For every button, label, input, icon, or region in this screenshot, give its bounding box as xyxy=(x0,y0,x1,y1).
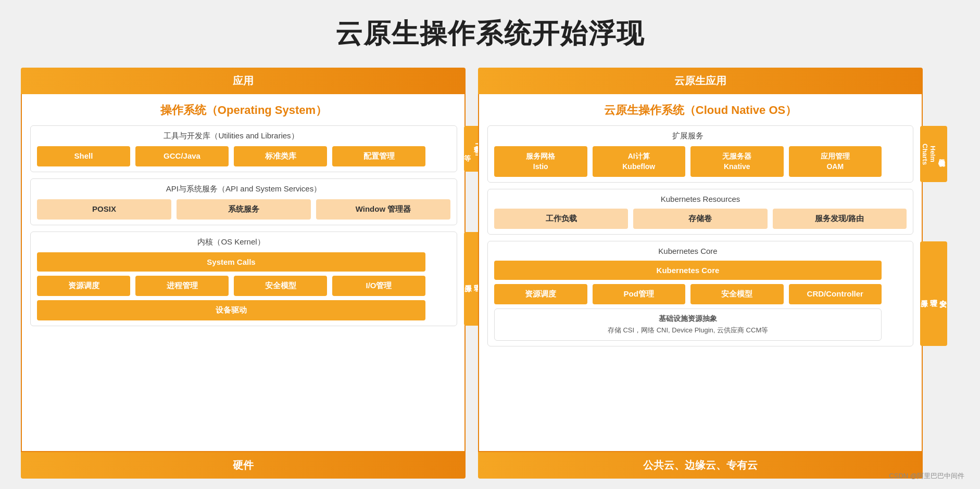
storage-item: 存储卷 xyxy=(633,209,767,229)
utilities-items: Shell GCC/Java 标准类库 配置管理 xyxy=(37,146,425,166)
app-mgmt-item: 应用管理 OAM xyxy=(789,146,882,177)
shell-item: Shell xyxy=(37,146,130,166)
posix-item: POSIX xyxy=(37,199,171,220)
system-calls-bar: System Calls xyxy=(37,252,425,272)
crd-controller-item: CRD/Controller xyxy=(789,284,882,304)
right-col-footer: 公共云、边缘云、专有云 xyxy=(478,452,923,479)
right-col-body: 云原生操作系统（Cloud Native OS） 扩展服务 服务网格 Istio… xyxy=(478,94,923,452)
sys-service-item: 系统服务 xyxy=(177,199,311,220)
io-mgmt: I/O管理 xyxy=(332,276,425,296)
stdlib-item: 标准类库 xyxy=(234,146,327,166)
kernel-items: 资源调度 进程管理 安全模型 I/O管理 xyxy=(37,276,425,296)
k8s-core-items: 资源调度 Pod管理 安全模型 CRD/Controller xyxy=(494,284,882,304)
cloud-os-title: 云原生操作系统（Cloud Native OS） xyxy=(487,102,913,118)
resource-scheduling: 资源调度 xyxy=(37,276,130,296)
service-discovery-item: 服务发现/路由 xyxy=(773,209,907,229)
extend-label: 扩展服务 xyxy=(494,131,882,141)
k8s-core-label: Kubernetes Core xyxy=(494,247,882,255)
service-mesh-item: 服务网格 Istio xyxy=(494,146,587,177)
api-label: API与系统服务（API and System Services） xyxy=(37,184,450,194)
k8s-core-bar: Kubernetes Core xyxy=(494,261,882,280)
os-title: 操作系统（Operating System） xyxy=(30,102,457,118)
security-badge-right: 安全 管理 服务 xyxy=(920,241,947,346)
infra-section: 基础设施资源抽象 存储 CSI，网络 CNI, Device Plugin, 云… xyxy=(494,308,882,341)
security-model-right: 安全模型 xyxy=(690,284,784,304)
page-title: 云原生操作系统开始浮现 xyxy=(335,16,645,52)
workload-item: 工作负载 xyxy=(494,209,628,229)
k8s-core-section: Kubernetes Core Kubernetes Core 资源调度 Pod… xyxy=(487,241,913,346)
left-col-footer: 硬件 xyxy=(21,452,466,479)
extend-items: 服务网格 Istio AI计算 Kubeflow 无服务器 Knative 应用… xyxy=(494,146,882,177)
serverless-item: 无服务器 Knative xyxy=(690,146,784,177)
utilities-label: 工具与开发库（Utilities and Libraries） xyxy=(37,131,425,141)
kernel-section: 内核（OS Kernel） System Calls 资源调度 进程管理 安全模… xyxy=(30,231,457,326)
config-item: 配置管理 xyxy=(332,146,425,166)
watermark: CSDN @阿里巴巴中间件 xyxy=(889,471,964,481)
security-model: 安全模型 xyxy=(234,276,327,296)
process-mgmt: 进程管理 xyxy=(135,276,229,296)
k8s-resources-section: Kubernetes Resources 工作负载 存储卷 服务发现/路由 xyxy=(487,189,913,235)
container-badge: 容器镜像 Helm Charts xyxy=(920,126,947,182)
gcc-java-item: GCC/Java xyxy=(135,146,229,166)
pod-mgmt-item: Pod管理 xyxy=(593,284,686,304)
k8s-resources-label: Kubernetes Resources xyxy=(494,195,907,203)
extend-section: 扩展服务 服务网格 Istio AI计算 Kubeflow 无服务器 Knati… xyxy=(487,125,913,183)
device-driver-bar: 设备驱动 xyxy=(37,300,425,320)
utilities-section: 工具与开发库（Utilities and Libraries） Shell GC… xyxy=(30,125,457,172)
k8s-resource-items: 工作负载 存储卷 服务发现/路由 xyxy=(494,209,907,229)
ai-compute-item: AI计算 Kubeflow xyxy=(593,146,686,177)
right-col-header: 云原生应用 xyxy=(478,68,923,94)
api-section: API与系统服务（API and System Services） POSIX … xyxy=(30,178,457,225)
infra-label: 基础设施资源抽象 xyxy=(501,314,875,324)
res-scheduling-right: 资源调度 xyxy=(494,284,587,304)
window-mgr-item: Window 管理器 xyxy=(316,199,450,220)
left-col-header: 应用 xyxy=(21,68,466,94)
kernel-label: 内核（OS Kernel） xyxy=(37,237,425,247)
infra-desc: 存储 CSI，网络 CNI, Device Plugin, 云供应商 CCM等 xyxy=(501,326,875,335)
api-items: POSIX 系统服务 Window 管理器 xyxy=(37,199,450,220)
